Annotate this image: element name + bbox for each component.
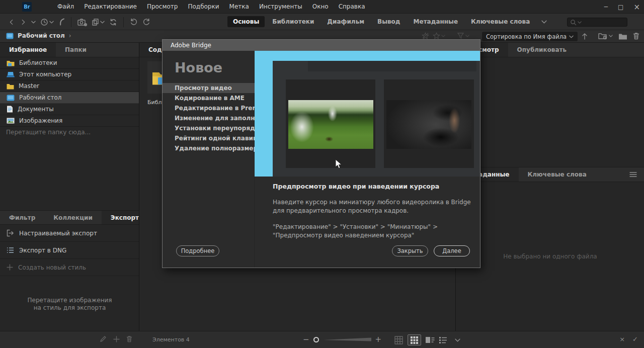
close-dialog-button[interactable]: Закрыть [392, 245, 428, 256]
workspace-tab-libraries[interactable]: Библиотеки [267, 16, 319, 27]
favorite-pictures[interactable]: Изображения [0, 115, 139, 127]
learn-more-button[interactable]: Подробнее [176, 245, 219, 256]
favorite-libraries[interactable]: Библиотеки [0, 57, 139, 69]
workspace-tab-essentials[interactable]: Основы [227, 16, 265, 27]
copy-icon[interactable] [92, 18, 105, 26]
delete-trash-icon[interactable] [633, 32, 639, 40]
tab-favorites[interactable]: Избранное [0, 43, 56, 57]
refresh-icon[interactable] [109, 18, 117, 26]
nav-video-preview[interactable]: Просмотр видео [163, 83, 255, 93]
zoom-in-icon[interactable]: + [375, 335, 382, 344]
menu-view[interactable]: Просмотр [147, 3, 178, 10]
tab-export[interactable]: Экспорт [102, 211, 139, 224]
get-photos-camera-icon[interactable] [77, 18, 87, 26]
search-input[interactable] [567, 18, 627, 27]
desktop-icon [7, 95, 15, 101]
undo-icon[interactable] [130, 18, 138, 26]
dialog-heading: Новое [175, 60, 222, 75]
menu-tools[interactable]: Инструменты [259, 3, 302, 10]
add-preset-plus-icon[interactable] [113, 336, 120, 342]
tab-collections[interactable]: Коллекции [44, 211, 102, 224]
menu-bar: Br Файл Редактирование Просмотр Подборки… [0, 0, 644, 14]
sort-dropdown-chevron-icon [569, 35, 574, 38]
rating-star-icon[interactable] [422, 32, 429, 39]
confirm-icon[interactable]: ✓ [632, 335, 638, 343]
favorite-documents[interactable]: Документы [0, 104, 139, 115]
maximize-button[interactable]: □ [618, 4, 623, 11]
mouse-cursor [335, 159, 343, 169]
slider-thumb[interactable] [313, 337, 319, 342]
workspace-tab-filmstrip[interactable]: Диафильм [321, 16, 370, 27]
custom-export-item[interactable]: Настраиваемый экспорт [0, 225, 139, 242]
export-item-label: Создать новый стиль [18, 264, 86, 271]
menu-window[interactable]: Окно [312, 3, 329, 10]
edit-preset-pencil-icon[interactable] [100, 335, 107, 342]
breadcrumb[interactable]: Рабочий стол › [6, 32, 71, 39]
thumbnail-view-button[interactable] [408, 334, 421, 345]
filter-funnel-icon[interactable] [457, 32, 469, 39]
favorite-this-computer[interactable]: Этот компьютер [0, 69, 139, 80]
details-view-icon[interactable] [426, 336, 435, 343]
workspace-tab-metadata[interactable]: Метаданные [408, 16, 464, 27]
nav-purge-fullsize[interactable]: Удаление полноразмерных... [163, 143, 255, 153]
list-view-icon[interactable] [439, 336, 447, 343]
export-dng-item[interactable]: Экспорт в DNG [0, 242, 139, 259]
mock-toolbar [308, 61, 476, 71]
nav-one-key-ratings[interactable]: Рейтинги одной клавишей [163, 133, 255, 143]
favorite-master[interactable]: Master [0, 80, 139, 92]
back-button[interactable] [8, 19, 15, 26]
nav-reordered-prefs[interactable]: Установки переупорядочен... [163, 123, 255, 133]
nav-dropdown-icon[interactable] [31, 21, 36, 24]
workspace-tab-output[interactable]: Вывод [372, 16, 406, 27]
plus-icon [7, 264, 13, 271]
nav-ame-encoding[interactable]: Кодирование в AME [163, 93, 255, 103]
feature-path-hint: "Редактирование" > "Установки" > "Миниат… [273, 223, 480, 240]
tab-publish[interactable]: Опубликовать [508, 43, 576, 57]
status-bar: Элементов 4 − + × ✓ [0, 331, 644, 348]
menu-file[interactable]: Файл [57, 3, 74, 10]
workspace-more-icon[interactable] [541, 20, 547, 24]
recent-files-icon[interactable] [40, 18, 54, 26]
slider-track[interactable] [323, 335, 371, 343]
export-item-label: Экспорт в DNG [19, 247, 66, 254]
close-button[interactable]: × [633, 3, 640, 12]
panel-menu-icon[interactable] [629, 171, 637, 178]
feature-illustration [255, 51, 480, 177]
sort-dropdown[interactable]: Сортировка по Имя файла [482, 32, 578, 41]
sort-ascending-icon[interactable] [582, 33, 588, 40]
tab-filter[interactable]: Фильтр [0, 211, 44, 224]
create-preset-item[interactable]: Создать новый стиль [0, 259, 139, 276]
favorite-label: Этот компьютер [19, 71, 71, 78]
grid-lock-view-icon[interactable] [394, 336, 403, 344]
nav-fill-change[interactable]: Изменение для заполнения... [163, 113, 255, 123]
tab-keywords[interactable]: Ключевые слова [519, 167, 596, 182]
forward-button[interactable] [20, 19, 27, 26]
no-file-selected-text: Не выбрано ни одного файла [456, 253, 644, 260]
cancel-icon[interactable]: × [619, 335, 625, 343]
dialog-titlebar[interactable]: Adobe Bridge [163, 40, 480, 51]
rating-filter-star-icon[interactable] [433, 32, 445, 39]
nav-premiere-editing[interactable]: Редактирование в Premiere ... [163, 103, 255, 113]
open-recent-folder-icon[interactable] [598, 32, 613, 40]
minimize-button[interactable]: ─ [604, 4, 608, 11]
favorite-label: Рабочий стол [19, 94, 61, 101]
boomerang-icon[interactable] [58, 18, 65, 26]
view-options-chevron-icon[interactable] [455, 338, 460, 342]
delete-preset-trash-icon[interactable] [126, 335, 132, 342]
menu-stacks[interactable]: Подборки [188, 3, 219, 10]
tab-folders[interactable]: Папки [56, 43, 96, 57]
workspace-tab-keywords[interactable]: Ключевые слова [465, 16, 535, 27]
dialog-nav-panel: Новое Просмотр видео Кодирование в AME Р… [163, 51, 255, 268]
next-button[interactable]: Далее [434, 245, 470, 256]
menu-label[interactable]: Метка [229, 3, 249, 10]
new-folder-icon[interactable] [618, 33, 627, 40]
mock-bridge-panel [273, 61, 480, 177]
thumbnail-size-slider[interactable]: − + [303, 335, 381, 344]
menu-edit[interactable]: Редактирование [84, 3, 137, 10]
menu-help[interactable]: Справка [339, 3, 365, 10]
preview-panel [456, 57, 644, 167]
toolbar: Основы Библиотеки Диафильм Вывод Метадан… [0, 14, 644, 30]
redo-icon[interactable] [142, 18, 150, 26]
favorite-desktop[interactable]: Рабочий стол [0, 92, 139, 104]
zoom-out-icon[interactable]: − [303, 335, 309, 344]
